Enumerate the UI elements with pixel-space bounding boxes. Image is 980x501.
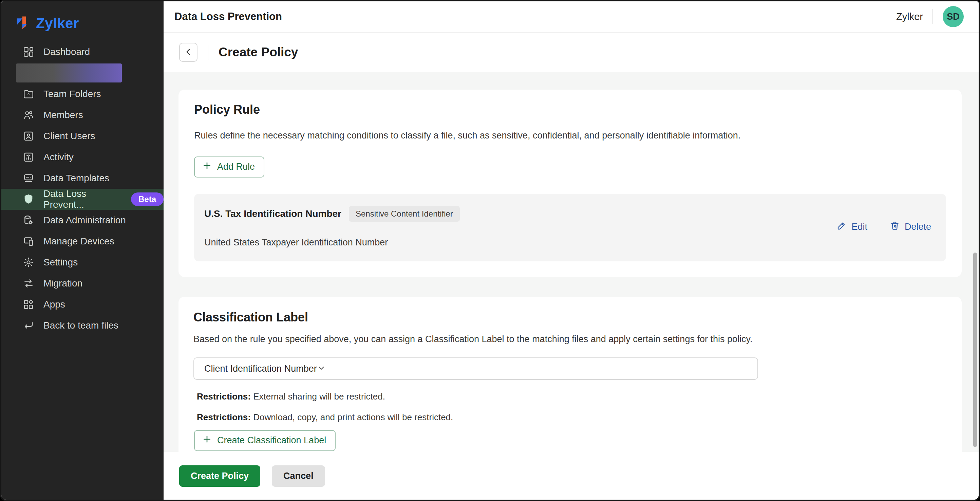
edit-label: Edit <box>851 222 867 232</box>
restriction-text: External sharing will be restricted. <box>253 391 385 402</box>
restriction-text: Download, copy, and print actions will b… <box>253 412 453 422</box>
plus-icon <box>202 434 212 446</box>
create-classification-label-button[interactable]: Create Classification Label <box>194 430 336 451</box>
sidebar-item-label: Manage Devices <box>43 236 115 247</box>
app-window: Zylker Dashboard Team Folders <box>0 0 980 501</box>
scrollbar-thumb[interactable] <box>973 253 977 447</box>
restriction-prefix: Restrictions: <box>197 412 251 422</box>
classification-description: Based on the rule you specified above, y… <box>193 332 753 346</box>
return-arrow-icon <box>22 320 35 332</box>
rule-main: U.S. Tax Identification Number Sensitive… <box>204 206 460 248</box>
topbar-divider <box>932 9 933 24</box>
selected-classification-label: Client Identification Number <box>204 364 317 374</box>
back-button[interactable] <box>179 43 197 62</box>
sidebar-item-label: Dashboard <box>43 46 90 57</box>
brand-name: Zylker <box>36 15 79 32</box>
sidebar-item-label: Activity <box>43 152 74 162</box>
activity-icon <box>22 151 35 163</box>
cancel-button[interactable]: Cancel <box>272 465 325 487</box>
redacted-item <box>16 64 122 83</box>
sidebar-item-members[interactable]: Members <box>2 105 164 126</box>
footer-actions: Create Policy Cancel <box>164 452 978 499</box>
client-users-icon <box>22 130 35 142</box>
plus-icon <box>202 161 212 173</box>
topbar-title: Data Loss Prevention <box>174 11 282 23</box>
classification-label-card: Classification Label Based on the rule y… <box>178 297 962 452</box>
rule-name: U.S. Tax Identification Number <box>204 208 341 219</box>
topbar-right: Zylker SD <box>896 6 964 27</box>
policy-rule-description: Rules define the necessary matching cond… <box>194 129 946 142</box>
zylker-logo-icon <box>15 15 30 32</box>
sidebar-item-label: Client Users <box>43 131 95 142</box>
beta-badge: Beta <box>131 192 164 206</box>
folder-icon <box>22 88 35 100</box>
sidebar-item-redacted[interactable] <box>2 62 164 84</box>
rule-actions: Edit Delete <box>837 206 931 248</box>
header-divider <box>208 45 208 60</box>
sidebar-item-label: Settings <box>43 257 78 268</box>
sidebar-item-label: Migration <box>43 278 83 289</box>
settings-icon <box>22 256 35 269</box>
sidebar-item-back-to-team-files[interactable]: Back to team files <box>2 315 164 336</box>
policy-rule-heading: Policy Rule <box>194 102 946 117</box>
sidebar-item-data-loss-prevention[interactable]: Data Loss Prevent... Beta <box>2 189 164 210</box>
sidebar-item-data-templates[interactable]: Data Templates <box>2 168 164 189</box>
classification-heading: Classification Label <box>193 310 947 324</box>
restriction-line: Restrictions: External sharing will be r… <box>193 391 947 402</box>
devices-icon <box>22 235 35 247</box>
classification-label-select[interactable]: Client Identification Number <box>193 358 758 380</box>
add-rule-button[interactable]: Add Rule <box>194 156 264 178</box>
sidebar-item-label: Data Loss Prevent... <box>43 188 117 210</box>
apps-icon <box>22 298 35 310</box>
sidebar-item-data-administration[interactable]: Data Administration <box>2 210 164 231</box>
dashboard-icon <box>22 46 35 58</box>
user-avatar[interactable]: SD <box>943 6 964 27</box>
sidebar-item-team-folders[interactable]: Team Folders <box>2 84 164 105</box>
sidebar-item-migration[interactable]: Migration <box>2 273 164 294</box>
data-admin-icon <box>22 214 35 226</box>
delete-label: Delete <box>905 222 931 232</box>
restriction-prefix: Restrictions: <box>197 391 251 402</box>
content-area: Policy Rule Rules define the necessary m… <box>164 72 978 452</box>
sidebar-nav: Dashboard Team Folders Members <box>2 41 164 336</box>
chevron-down-icon <box>317 364 326 374</box>
sidebar: Zylker Dashboard Team Folders <box>2 2 164 499</box>
sidebar-item-label: Data Templates <box>43 173 109 184</box>
create-classification-label-text: Create Classification Label <box>217 435 326 446</box>
data-templates-icon <box>22 172 35 184</box>
migration-icon <box>22 277 35 289</box>
sidebar-item-activity[interactable]: Activity <box>2 146 164 168</box>
sidebar-item-label: Members <box>43 110 83 121</box>
sidebar-item-label: Back to team files <box>43 320 118 331</box>
rule-description: United States Taxpayer Identification Nu… <box>204 237 460 248</box>
rule-type-badge: Sensitive Content Identifier <box>349 206 460 222</box>
trash-icon <box>890 221 900 233</box>
delete-rule-button[interactable]: Delete <box>890 221 931 233</box>
chevron-left-icon <box>184 48 193 57</box>
sidebar-item-apps[interactable]: Apps <box>2 294 164 315</box>
main-area: Data Loss Prevention Zylker SD Create Po… <box>164 2 978 499</box>
sidebar-item-manage-devices[interactable]: Manage Devices <box>2 231 164 252</box>
pencil-icon <box>837 221 846 233</box>
sidebar-item-settings[interactable]: Settings <box>2 252 164 273</box>
sidebar-item-label: Data Administration <box>43 215 126 226</box>
shield-icon <box>22 193 35 205</box>
restriction-line: Restrictions: Download, copy, and print … <box>193 412 947 423</box>
page-title: Create Policy <box>218 45 298 59</box>
topbar: Data Loss Prevention Zylker SD <box>164 2 978 33</box>
brand-logo[interactable]: Zylker <box>2 2 164 37</box>
sidebar-item-dashboard[interactable]: Dashboard <box>2 41 164 62</box>
policy-rule-card: Policy Rule Rules define the necessary m… <box>178 90 962 277</box>
edit-rule-button[interactable]: Edit <box>837 221 867 233</box>
members-icon <box>22 109 35 121</box>
sidebar-item-label: Apps <box>43 299 65 310</box>
sidebar-item-label: Team Folders <box>43 89 101 99</box>
sidebar-item-client-users[interactable]: Client Users <box>2 126 164 146</box>
page-header: Create Policy <box>164 33 978 72</box>
org-name[interactable]: Zylker <box>896 11 923 22</box>
create-policy-button[interactable]: Create Policy <box>179 465 260 487</box>
add-rule-label: Add Rule <box>217 162 255 172</box>
rule-row: U.S. Tax Identification Number Sensitive… <box>194 194 946 261</box>
